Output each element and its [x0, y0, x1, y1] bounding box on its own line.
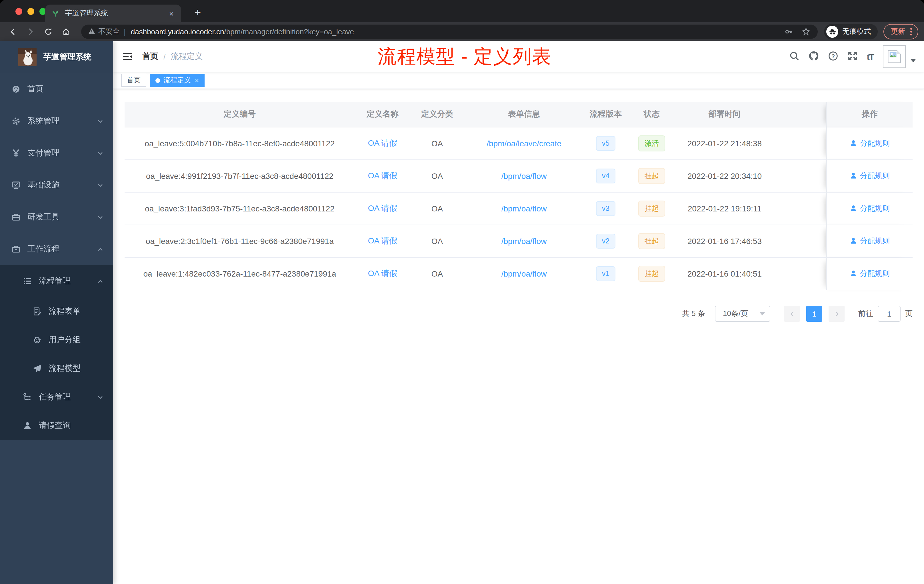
deploy-time-cell: 2022-01-16 01:40:51 [676, 258, 773, 290]
minimize-window-button[interactable] [27, 8, 34, 15]
forward-icon[interactable] [23, 25, 37, 39]
breadcrumb-current: 流程定义 [171, 51, 203, 62]
assign-rule-link[interactable]: 分配规则 [850, 203, 890, 214]
tag-item[interactable]: 首页 [121, 74, 146, 87]
tab-close-icon[interactable]: × [167, 9, 175, 18]
chrome-update-button[interactable]: 更新 [883, 24, 918, 40]
app-logo-image [18, 48, 36, 66]
filler-cell [773, 258, 826, 290]
next-page-button[interactable] [828, 306, 845, 322]
definition-name-link[interactable]: OA 请假 [368, 138, 398, 147]
user-icon [23, 421, 32, 430]
not-secure-warning-icon[interactable] [88, 26, 96, 37]
sidebar-item-toolbox[interactable]: 研发工具 [0, 201, 113, 233]
user-icon [850, 172, 857, 180]
monitor-icon [12, 181, 21, 190]
sidebar-item-send[interactable]: 流程模型 [0, 354, 113, 383]
avatar-dropdown-icon[interactable] [910, 59, 916, 62]
goto-suffix: 页 [905, 308, 912, 319]
back-icon[interactable] [6, 25, 20, 39]
window-controls[interactable] [15, 8, 46, 15]
form-info-link[interactable]: /bpm/oa/flow [502, 237, 547, 246]
deploy-time-cell: 2022-01-16 17:46:53 [676, 225, 773, 258]
assign-rule-link[interactable]: 分配规则 [850, 171, 890, 181]
user-icon [850, 140, 857, 147]
sidebar-item-form[interactable]: 流程表单 [0, 297, 113, 326]
form-info-link[interactable]: /bpm/oa/leave/create [487, 139, 561, 148]
home-icon[interactable] [59, 25, 73, 39]
sidebar-item-tree[interactable]: 任务管理 [0, 383, 113, 411]
page-annotation: 流程模型 - 定义列表 [378, 45, 552, 69]
font-size-icon[interactable]: tT [867, 52, 874, 61]
filler-cell [773, 225, 826, 258]
close-window-button[interactable] [15, 8, 22, 15]
page-content: 定义编号定义名称定义分类表单信息流程版本状态部署时间操作 oa_leave:5:… [113, 89, 924, 322]
page-size-select[interactable]: 10条/页 [715, 306, 770, 322]
definition-name-link[interactable]: OA 请假 [368, 236, 398, 245]
list-icon [23, 277, 32, 286]
user-icon [850, 238, 857, 245]
new-tab-button[interactable]: + [190, 5, 206, 21]
table-row: oa_leave:3:1fad3d93-7b75-11ec-a3c8-acde4… [125, 193, 912, 225]
assign-rule-link[interactable]: 分配规则 [850, 269, 890, 279]
app-logo-row[interactable]: 芋道管理系统 [0, 41, 113, 73]
definition-name-link[interactable]: OA 请假 [368, 171, 398, 180]
version-badge: v4 [596, 168, 615, 184]
form-info-link[interactable]: /bpm/oa/flow [502, 204, 547, 213]
assign-rule-link[interactable]: 分配规则 [850, 138, 890, 148]
chevron-icon [97, 394, 104, 400]
sidebar-item-briefcase[interactable]: 工作流程 [0, 233, 113, 265]
bookmark-star-icon[interactable] [802, 27, 811, 36]
avatar[interactable] [883, 45, 906, 68]
table-row: oa_leave:4:991f2193-7b7f-11ec-a3c8-acde4… [125, 160, 912, 193]
toolbox-icon [12, 213, 21, 222]
sidebar-item-monitor[interactable]: 基础设施 [0, 169, 113, 201]
address-bar[interactable]: 不安全 | dashboard.yudao.iocoder.cn/bpm/man… [81, 25, 818, 39]
table-header-row: 定义编号定义名称定义分类表单信息流程版本状态部署时间操作 [125, 102, 912, 127]
chevron-icon [97, 246, 104, 252]
svg-text:?: ? [832, 53, 835, 59]
browser-tabstrip: 芋道管理系统 × + [0, 0, 924, 22]
gear-icon [12, 117, 21, 126]
goto-page-input[interactable] [878, 306, 901, 322]
github-icon[interactable] [808, 51, 820, 62]
prev-page-button[interactable] [784, 306, 800, 322]
collapse-sidebar-icon[interactable] [122, 51, 133, 62]
security-label[interactable]: 不安全 [98, 27, 120, 36]
definition-name-link[interactable]: OA 请假 [368, 203, 398, 213]
reload-icon[interactable] [41, 25, 55, 39]
sidebar-item-user[interactable]: 请假查询 [0, 411, 113, 440]
sidebar-item-yen[interactable]: 支付管理 [0, 137, 113, 169]
definition-name-link[interactable]: OA 请假 [368, 269, 398, 278]
browser-tab[interactable]: 芋道管理系统 × [45, 5, 181, 22]
assign-rule-link[interactable]: 分配规则 [850, 236, 890, 246]
sidebar-item-gear[interactable]: 系统管理 [0, 105, 113, 137]
sidebar-item-users[interactable]: 用户分组 [0, 326, 113, 354]
chevron-icon [97, 182, 104, 188]
chevron-icon [97, 118, 104, 124]
filler-cell [773, 127, 826, 160]
tag-item[interactable]: 流程定义 × [150, 74, 205, 87]
status-badge: 挂起 [638, 266, 665, 282]
sidebar-item-dashboard[interactable]: 首页 [0, 73, 113, 105]
definition-category-cell: OA [410, 127, 464, 160]
definition-table: 定义编号定义名称定义分类表单信息流程版本状态部署时间操作 oa_leave:5:… [125, 102, 912, 290]
form-info-link[interactable]: /bpm/oa/flow [502, 269, 547, 278]
filler-cell [773, 193, 826, 225]
browser-menu-icon[interactable] [909, 28, 913, 35]
goto-label: 前往 [858, 308, 873, 319]
definition-category-cell: OA [410, 193, 464, 225]
breadcrumb-home[interactable]: 首页 [142, 51, 158, 62]
browser-toolbar: 不安全 | dashboard.yudao.iocoder.cn/bpm/man… [0, 22, 924, 41]
password-key-icon[interactable] [785, 27, 794, 36]
search-icon[interactable] [789, 51, 800, 62]
page-number-button[interactable]: 1 [806, 306, 822, 322]
form-info-link[interactable]: /bpm/oa/flow [502, 172, 547, 181]
tag-close-icon[interactable]: × [195, 76, 199, 84]
tree-icon [23, 393, 32, 402]
sidebar-item-list[interactable]: 流程管理 [0, 265, 113, 297]
fullscreen-icon[interactable] [847, 51, 859, 62]
help-icon[interactable]: ? [828, 51, 840, 62]
url-path: /bpm/manager/definition?key=oa_leave [224, 27, 777, 36]
definition-category-cell: OA [410, 258, 464, 290]
